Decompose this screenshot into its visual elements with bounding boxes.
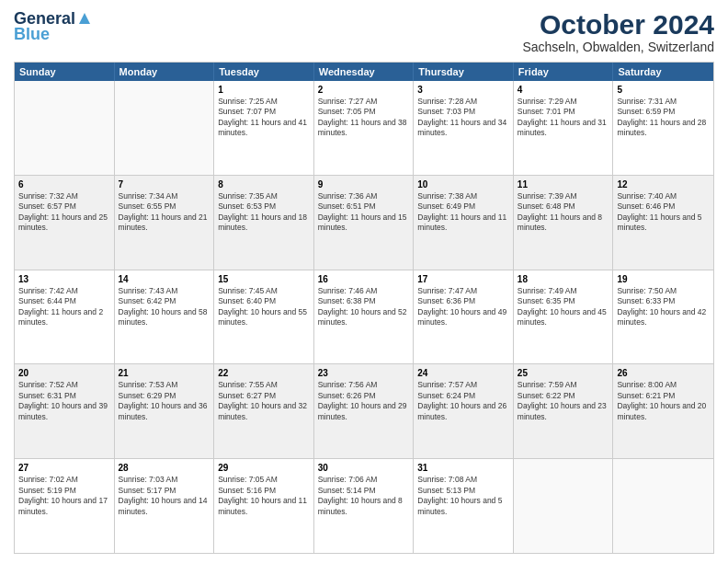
day-number: 11 [518,178,609,190]
day-number: 16 [318,273,410,285]
calendar-cell: 30Sunrise: 7:06 AMSunset: 5:14 PMDayligh… [314,459,415,553]
day-number: 3 [417,84,509,96]
day-number: 4 [518,84,609,96]
calendar-cell [514,459,614,553]
calendar: SundayMondayTuesdayWednesdayThursdayFrid… [14,62,714,554]
weekday-header: Tuesday [214,63,314,81]
subtitle: Sachseln, Obwalden, Switzerland [522,40,714,54]
day-info: Sunrise: 7:32 AMSunset: 6:57 PMDaylight:… [18,191,110,234]
calendar-cell: 25Sunrise: 7:59 AMSunset: 6:22 PMDayligh… [514,364,614,458]
day-info: Sunrise: 7:40 AMSunset: 6:46 PMDaylight:… [617,191,710,234]
calendar-cell: 19Sunrise: 7:50 AMSunset: 6:33 PMDayligh… [613,270,713,364]
calendar-cell: 12Sunrise: 7:40 AMSunset: 6:46 PMDayligh… [613,176,713,270]
weekday-header: Thursday [414,63,514,81]
calendar-cell [115,81,215,175]
calendar-cell: 31Sunrise: 7:08 AMSunset: 5:13 PMDayligh… [414,459,514,553]
day-info: Sunrise: 7:03 AMSunset: 5:17 PMDaylight:… [119,475,210,517]
day-info: Sunrise: 7:56 AMSunset: 6:26 PMDaylight:… [318,380,410,422]
day-info: Sunrise: 7:38 AMSunset: 6:49 PMDaylight:… [417,191,509,234]
day-info: Sunrise: 7:05 AMSunset: 5:16 PMDaylight:… [218,475,310,517]
day-info: Sunrise: 7:34 AMSunset: 6:55 PMDaylight:… [119,191,210,234]
day-info: Sunrise: 7:28 AMSunset: 7:03 PMDaylight:… [417,97,509,139]
day-number: 28 [119,462,210,474]
day-info: Sunrise: 7:06 AMSunset: 5:14 PMDaylight:… [318,475,410,517]
calendar-cell: 23Sunrise: 7:56 AMSunset: 6:26 PMDayligh… [314,364,415,458]
day-number: 13 [18,273,110,285]
day-number: 29 [218,462,310,474]
day-number: 6 [18,178,110,190]
day-info: Sunrise: 7:43 AMSunset: 6:42 PMDaylight:… [119,286,210,328]
day-info: Sunrise: 7:39 AMSunset: 6:48 PMDaylight:… [518,191,609,234]
day-number: 26 [617,367,710,379]
calendar-cell: 24Sunrise: 7:57 AMSunset: 6:24 PMDayligh… [414,364,514,458]
day-info: Sunrise: 7:35 AMSunset: 6:53 PMDaylight:… [218,191,310,234]
day-info: Sunrise: 7:52 AMSunset: 6:31 PMDaylight:… [18,380,110,422]
day-info: Sunrise: 7:36 AMSunset: 6:51 PMDaylight:… [318,191,410,234]
day-info: Sunrise: 7:59 AMSunset: 6:22 PMDaylight:… [518,380,609,422]
calendar-cell: 6Sunrise: 7:32 AMSunset: 6:57 PMDaylight… [15,176,115,270]
weekday-header: Wednesday [314,63,415,81]
calendar-cell: 7Sunrise: 7:34 AMSunset: 6:55 PMDaylight… [115,176,215,270]
day-number: 7 [119,178,210,190]
day-number: 14 [119,273,210,285]
day-info: Sunrise: 7:55 AMSunset: 6:27 PMDaylight:… [218,380,310,422]
weekday-header: Sunday [15,63,115,81]
calendar-week-row: 1Sunrise: 7:25 AMSunset: 7:07 PMDaylight… [15,81,713,176]
calendar-cell: 27Sunrise: 7:02 AMSunset: 5:19 PMDayligh… [15,459,115,553]
calendar-header: SundayMondayTuesdayWednesdayThursdayFrid… [15,63,713,81]
day-info: Sunrise: 7:53 AMSunset: 6:29 PMDaylight:… [119,380,210,422]
day-info: Sunrise: 7:42 AMSunset: 6:44 PMDaylight:… [18,286,110,328]
calendar-cell: 8Sunrise: 7:35 AMSunset: 6:53 PMDaylight… [214,176,314,270]
weekday-header: Monday [115,63,215,81]
calendar-cell: 14Sunrise: 7:43 AMSunset: 6:42 PMDayligh… [115,270,215,364]
day-info: Sunrise: 7:27 AMSunset: 7:05 PMDaylight:… [318,97,410,139]
svg-marker-0 [79,13,90,24]
logo-triangle-icon [78,12,91,29]
day-number: 15 [218,273,310,285]
logo-blue: Blue [14,25,50,44]
calendar-cell: 2Sunrise: 7:27 AMSunset: 7:05 PMDaylight… [314,81,415,175]
day-number: 1 [218,84,310,96]
title-block: October 2024 Sachseln, Obwalden, Switzer… [522,9,714,54]
calendar-cell [613,459,713,553]
day-info: Sunrise: 8:00 AMSunset: 6:21 PMDaylight:… [617,380,710,422]
calendar-cell: 16Sunrise: 7:46 AMSunset: 6:38 PMDayligh… [314,270,415,364]
weekday-header: Friday [514,63,614,81]
weekday-header: Saturday [613,63,713,81]
calendar-cell [15,81,115,175]
calendar-cell: 9Sunrise: 7:36 AMSunset: 6:51 PMDaylight… [314,176,415,270]
day-number: 17 [417,273,509,285]
day-info: Sunrise: 7:47 AMSunset: 6:36 PMDaylight:… [417,286,509,328]
day-info: Sunrise: 7:29 AMSunset: 7:01 PMDaylight:… [518,97,609,139]
day-number: 2 [318,84,410,96]
day-number: 18 [518,273,609,285]
day-info: Sunrise: 7:02 AMSunset: 5:19 PMDaylight:… [18,475,110,517]
day-info: Sunrise: 7:25 AMSunset: 7:07 PMDaylight:… [218,97,310,139]
calendar-cell: 28Sunrise: 7:03 AMSunset: 5:17 PMDayligh… [115,459,215,553]
calendar-cell: 3Sunrise: 7:28 AMSunset: 7:03 PMDaylight… [414,81,514,175]
day-info: Sunrise: 7:46 AMSunset: 6:38 PMDaylight:… [318,286,410,328]
calendar-cell: 21Sunrise: 7:53 AMSunset: 6:29 PMDayligh… [115,364,215,458]
calendar-cell: 15Sunrise: 7:45 AMSunset: 6:40 PMDayligh… [214,270,314,364]
day-number: 19 [617,273,710,285]
logo: General Blue [14,9,91,44]
main-title: October 2024 [522,9,714,40]
calendar-cell: 13Sunrise: 7:42 AMSunset: 6:44 PMDayligh… [15,270,115,364]
day-number: 27 [18,462,110,474]
calendar-cell: 26Sunrise: 8:00 AMSunset: 6:21 PMDayligh… [613,364,713,458]
calendar-week-row: 6Sunrise: 7:32 AMSunset: 6:57 PMDaylight… [15,176,713,270]
calendar-cell: 5Sunrise: 7:31 AMSunset: 6:59 PMDaylight… [613,81,713,175]
day-info: Sunrise: 7:45 AMSunset: 6:40 PMDaylight:… [218,286,310,328]
day-number: 25 [518,367,609,379]
day-info: Sunrise: 7:08 AMSunset: 5:13 PMDaylight:… [417,475,509,517]
calendar-cell: 20Sunrise: 7:52 AMSunset: 6:31 PMDayligh… [15,364,115,458]
day-number: 21 [119,367,210,379]
day-number: 9 [318,178,410,190]
day-number: 30 [318,462,410,474]
day-number: 24 [417,367,509,379]
calendar-cell: 1Sunrise: 7:25 AMSunset: 7:07 PMDaylight… [214,81,314,175]
day-number: 10 [417,178,509,190]
day-number: 5 [617,84,710,96]
calendar-cell: 17Sunrise: 7:47 AMSunset: 6:36 PMDayligh… [414,270,514,364]
day-number: 23 [318,367,410,379]
